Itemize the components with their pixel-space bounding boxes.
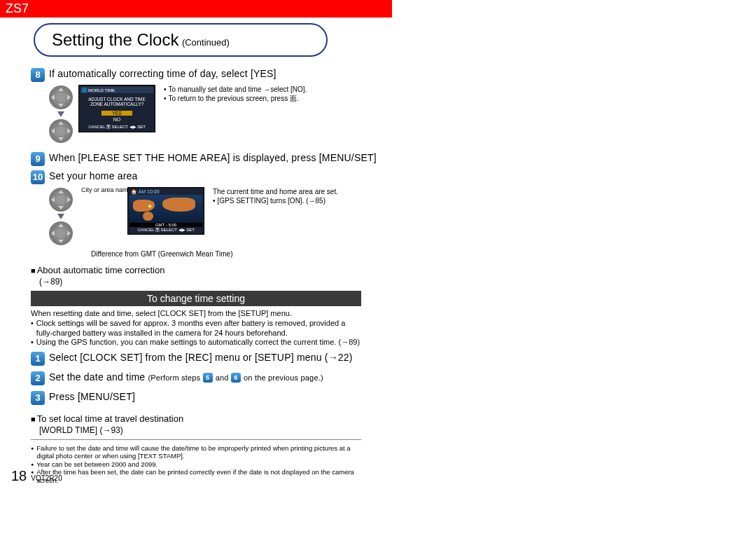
cstep2-c: and <box>216 373 231 382</box>
footnotes: Failure to set the date and time will ca… <box>31 444 361 484</box>
step-8-notes: To manually set date and time →select [N… <box>164 85 307 103</box>
change-body: When resetting date and time, select [CL… <box>31 309 361 348</box>
arrow-down-icon <box>57 214 64 219</box>
body-line: When resetting date and time, select [CL… <box>31 309 361 319</box>
lcd-header: 🌐 WORLD TIME <box>80 87 153 93</box>
lcd-screenshot-worldtime: 🌐 WORLD TIME ADJUST CLOCK AND TIME ZONE … <box>78 85 155 132</box>
cstep2-d: on the previous page.) <box>244 373 323 382</box>
note-text: [GPS SETTING] turns [ON]. (→85) <box>218 196 326 205</box>
gmt-diff-caption: Difference from GMT (Greenwich Mean Time… <box>91 250 392 258</box>
dpad-column <box>49 187 73 246</box>
local-time-heading: To set local time at travel destination <box>31 413 392 424</box>
step-number-2: 2 <box>31 371 45 385</box>
cstep2-b: (Perform steps <box>148 373 202 382</box>
auto-correction-heading: About automatic time correction <box>31 265 392 275</box>
callout-labels: City or area name Current time <box>81 187 123 235</box>
lcd-clock: 🏠 AM 10:00 <box>130 189 161 195</box>
inline-step-icon-6: 6 <box>231 373 241 383</box>
dpad-icon <box>49 119 73 143</box>
doc-code: VQT2R20 <box>31 474 62 482</box>
page-footer: 18 VQT2R20 <box>11 468 62 484</box>
step-10-body: City or area name Current time 🏠 AM 10:0… <box>49 187 378 246</box>
step-number-1: 1 <box>31 352 45 366</box>
lcd-yes: YES <box>102 111 132 116</box>
step-10-text: Set your home area <box>49 170 138 181</box>
step-10-row: 10 Set your home area <box>0 169 392 187</box>
lcd-bottom: CANCEL 面 SELECT ◀▶ SET <box>80 124 153 130</box>
footnote: After the time has been set, the date ca… <box>36 468 361 484</box>
note-text: To manually set date and time →select [N… <box>169 85 307 94</box>
lcd-map: ✦ <box>130 195 202 226</box>
body-bullet: Using the GPS function, you can make set… <box>36 338 360 348</box>
label-city-area: City or area name <box>81 187 132 194</box>
step-9-row: 9 When [PLEASE SET THE HOME AREA] is dis… <box>0 149 392 169</box>
step-8-row: 8 If automatically correcting time of da… <box>0 65 392 85</box>
inline-step-icon-5: 5 <box>203 373 213 383</box>
dpad-icon <box>49 85 73 109</box>
auto-correction-ref: (→89) <box>39 277 392 287</box>
step-number-3: 3 <box>31 391 45 405</box>
step-number-10: 10 <box>31 170 45 184</box>
divider <box>31 439 361 440</box>
step-number-9: 9 <box>31 152 45 166</box>
step-9-text: When [PLEASE SET THE HOME AREA] is displ… <box>49 152 377 163</box>
page-title-continued: (Continued) <box>182 37 230 48</box>
page-title-box: Setting the Clock (Continued) <box>34 23 328 57</box>
lcd-screenshot-map: 🏠 AM 10:00 ✦ GMT - 5:00 CANCEL 面 SELECT … <box>127 187 204 235</box>
change-step-1: 1 Select [CLOCK SET] from the [REC] menu… <box>0 349 392 369</box>
page-title: Setting the Clock <box>52 30 178 49</box>
cstep3-text: Press [MENU/SET] <box>49 391 135 402</box>
lcd-no: NO <box>80 117 153 122</box>
dpad-icon <box>49 188 73 212</box>
map-cursor-icon: ✦ <box>147 203 153 210</box>
change-step-2: 2 Set the date and time (Perform steps 5… <box>0 369 392 388</box>
dpad-column <box>49 85 73 144</box>
note-intro: The current time and home area are set. <box>213 187 338 196</box>
model-bar: ZS7 <box>0 0 392 18</box>
local-time-ref: [WORLD TIME] (→93) <box>39 425 392 435</box>
step-8-body: 🌐 WORLD TIME ADJUST CLOCK AND TIME ZONE … <box>49 85 378 144</box>
footnote: Failure to set the date and time will ca… <box>36 444 361 460</box>
step-10-notes: The current time and home area are set. … <box>213 187 338 205</box>
footnote: Year can be set between 2000 and 2099. <box>36 460 158 468</box>
cstep2-a: Set the date and time <box>49 371 145 383</box>
step-number-8: 8 <box>31 68 45 82</box>
step-8-text: If automatically correcting time of day,… <box>49 68 276 79</box>
note-text: To return to the previous screen, press … <box>169 94 299 103</box>
dpad-icon <box>49 221 73 245</box>
change-time-bar: To change time setting <box>31 291 361 306</box>
arrow-down-icon <box>57 111 64 117</box>
body-bullet: Clock settings will be saved for approx.… <box>36 319 361 338</box>
lcd-bottom: CANCEL 面 SELECT ◀▶ SET <box>128 227 204 233</box>
page-number: 18 <box>11 468 27 484</box>
manual-page: ZS7 Setting the Clock (Continued) 8 If a… <box>0 0 392 484</box>
cstep1-text: Select [CLOCK SET] from the [REC] menu o… <box>49 352 353 363</box>
cstep2-text: Set the date and time (Perform steps 5 a… <box>49 371 323 383</box>
lcd-message: ADJUST CLOCK AND TIME ZONE AUTOMATICALLY… <box>80 95 153 109</box>
change-step-3: 3 Press [MENU/SET] <box>0 388 392 408</box>
